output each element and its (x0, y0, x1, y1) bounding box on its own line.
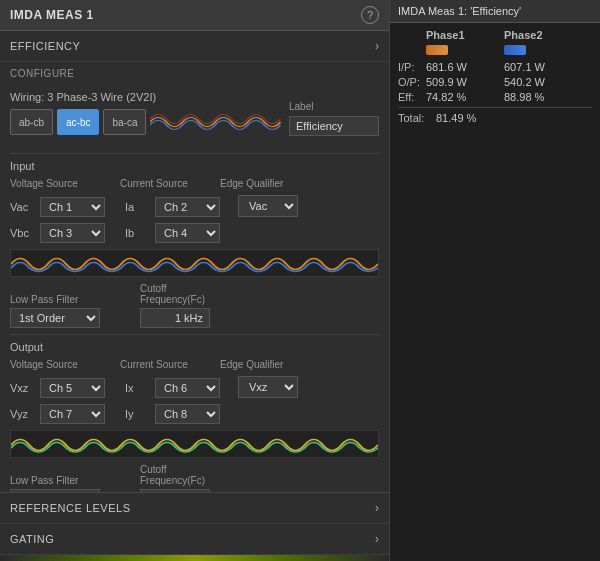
output-section: Output Voltage Source Current Source Edg… (10, 341, 379, 492)
ix-channel-select[interactable]: Ch 6Ch 5Ch 7 (155, 378, 220, 398)
op-label: O/P: (398, 76, 426, 88)
ix-prefix: Ix (125, 382, 151, 394)
efficiency-row[interactable]: EFFICIENCY › (0, 31, 389, 62)
phases-header: Phase1 Phase2 (398, 29, 592, 41)
label-field-label: Label (289, 101, 379, 112)
right-panel-header: IMDA Meas 1: 'Efficiency' (390, 0, 600, 23)
output-cutoff-label: CutoffFrequency(Fc) (140, 464, 210, 486)
ib-channel-select[interactable]: Ch 4Ch 1Ch 2 (155, 223, 220, 243)
output-source-headers: Voltage Source Current Source Edge Quali… (10, 359, 379, 370)
wire-btn-ba-ca[interactable]: ba-ca (103, 109, 146, 135)
input-divider (10, 153, 379, 154)
ia-channel-select[interactable]: Ch 2Ch 1Ch 3 (155, 197, 220, 217)
output-wave-strip (10, 430, 379, 458)
output-section-title: Output (10, 341, 379, 353)
output-current-source-label: Current Source (120, 359, 210, 370)
bottom-strip (0, 555, 389, 561)
input-voltage-source-label: Voltage Source (10, 178, 100, 189)
wiring-buttons: ab-cb ac-bc ba-ca (10, 109, 281, 135)
gating-row[interactable]: GATING › (0, 524, 389, 555)
reference-levels-label: REFERENCE LEVELS (10, 502, 130, 514)
input-section: Input Voltage Source Current Source Edge… (10, 160, 379, 328)
phase1-col-header: Phase1 (426, 29, 504, 41)
label-input[interactable] (289, 116, 379, 136)
vbc-row: Vbc Ch 3Ch 1Ch 2 Ib Ch 4Ch 1Ch 2 (10, 223, 379, 243)
total-row: Total: 81.49 % (398, 112, 592, 124)
gating-label: GATING (10, 533, 54, 545)
vbc-channel-select[interactable]: Ch 3Ch 1Ch 2 (40, 223, 105, 243)
input-edge-select[interactable]: VacVbc (238, 195, 298, 217)
input-filter-row: Low Pass Filter 1st Order2nd Order Cutof… (10, 283, 379, 328)
wiring-label: Wiring: 3 Phase-3 Wire (2V2I) (10, 91, 281, 103)
output-freq-group: CutoffFrequency(Fc) (140, 464, 210, 492)
vyz-channel-select[interactable]: Ch 7Ch 5Ch 6 (40, 404, 105, 424)
input-freq-group: CutoffFrequency(Fc) (140, 283, 210, 328)
efficiency-label: EFFICIENCY (10, 40, 80, 52)
output-voltage-source-label: Voltage Source (10, 359, 100, 370)
wire-btn-ab-cb[interactable]: ab-cb (10, 109, 53, 135)
vac-prefix: Vac (10, 201, 36, 213)
phase2-col-header: Phase2 (504, 29, 582, 41)
vbc-group: Vbc Ch 3Ch 1Ch 2 (10, 223, 105, 243)
op-row: O/P: 509.9 W 540.2 W (398, 76, 592, 88)
input-section-title: Input (10, 160, 379, 172)
input-freq-input[interactable] (140, 308, 210, 328)
help-icon[interactable]: ? (361, 6, 379, 24)
ia-prefix: Ia (125, 201, 151, 213)
reference-levels-row[interactable]: REFERENCE LEVELS › (0, 493, 389, 524)
input-edge-group: VacVbc (238, 195, 298, 217)
input-source-headers: Voltage Source Current Source Edge Quali… (10, 178, 379, 189)
wave-display (150, 109, 281, 135)
total-divider (398, 107, 592, 108)
input-filter-select[interactable]: 1st Order2nd Order (10, 308, 100, 328)
gating-chevron: › (375, 532, 379, 546)
ip-label: I/P: (398, 61, 426, 73)
right-panel: IMDA Meas 1: 'Efficiency' Phase1 Phase2 … (390, 0, 600, 561)
output-edge-select[interactable]: VxzVyz (238, 376, 298, 398)
ip-row: I/P: 681.6 W 607.1 W (398, 61, 592, 73)
eff-row: Eff: 74.82 % 88.98 % (398, 91, 592, 103)
vyz-row: Vyz Ch 7Ch 5Ch 6 Iy Ch 8Ch 5Ch 6 (10, 404, 379, 424)
left-panel: IMDA MEAS 1 ? EFFICIENCY › CONFIGURE Wir… (0, 0, 390, 561)
total-value: 81.49 % (436, 112, 476, 124)
vbc-prefix: Vbc (10, 227, 36, 239)
output-edge-qualifier-label: Edge Qualifier (220, 359, 300, 370)
ib-group: Ib Ch 4Ch 1Ch 2 (125, 223, 220, 243)
efficiency-chevron: › (375, 39, 379, 53)
ia-group: Ia Ch 2Ch 1Ch 3 (125, 197, 220, 217)
phase-indicator-row (398, 45, 592, 55)
ip-phase2-value: 607.1 W (504, 61, 582, 73)
input-edge-qualifier-label: Edge Qualifier (220, 178, 300, 189)
input-filter-label: Low Pass Filter (10, 294, 100, 305)
input-cutoff-label: CutoffFrequency(Fc) (140, 283, 210, 305)
configure-section-label: CONFIGURE (0, 62, 389, 83)
wire-btn-ac-bc[interactable]: ac-bc (57, 109, 99, 135)
input-filter-group: Low Pass Filter 1st Order2nd Order (10, 294, 100, 328)
total-label: Total: (398, 112, 436, 124)
configure-section: Wiring: 3 Phase-3 Wire (2V2I) ab-cb ac-b… (0, 83, 389, 492)
eff-phase1-value: 74.82 % (426, 91, 504, 103)
label-group: Label (289, 101, 379, 136)
vxz-channel-select[interactable]: Ch 5Ch 6Ch 7 (40, 378, 105, 398)
output-filter-group: Low Pass Filter 1st Order2nd Order (10, 475, 100, 492)
phase2-dot (504, 45, 526, 55)
reference-levels-chevron: › (375, 501, 379, 515)
output-filter-row: Low Pass Filter 1st Order2nd Order Cutof… (10, 464, 379, 492)
phase2-indicator (504, 45, 582, 55)
output-divider (10, 334, 379, 335)
vxz-row: Vxz Ch 5Ch 6Ch 7 Ix Ch 6Ch 5Ch 7 VxzVyz (10, 376, 379, 398)
op-phase2-value: 540.2 W (504, 76, 582, 88)
output-freq-input[interactable] (140, 489, 210, 492)
iy-channel-select[interactable]: Ch 8Ch 5Ch 6 (155, 404, 220, 424)
vyz-prefix: Vyz (10, 408, 36, 420)
input-current-source-label: Current Source (120, 178, 210, 189)
phase1-indicator (426, 45, 504, 55)
right-panel-content: Phase1 Phase2 I/P: 681.6 W 607.1 W O/P: … (390, 23, 600, 130)
vxz-prefix: Vxz (10, 382, 36, 394)
output-filter-select[interactable]: 1st Order2nd Order (10, 489, 100, 492)
output-filter-label: Low Pass Filter (10, 475, 100, 486)
ib-prefix: Ib (125, 227, 151, 239)
panel-title: IMDA MEAS 1 (10, 8, 94, 22)
bottom-sections: REFERENCE LEVELS › GATING › (0, 492, 389, 555)
vac-channel-select[interactable]: Ch 1Ch 2Ch 3Ch 4 (40, 197, 105, 217)
